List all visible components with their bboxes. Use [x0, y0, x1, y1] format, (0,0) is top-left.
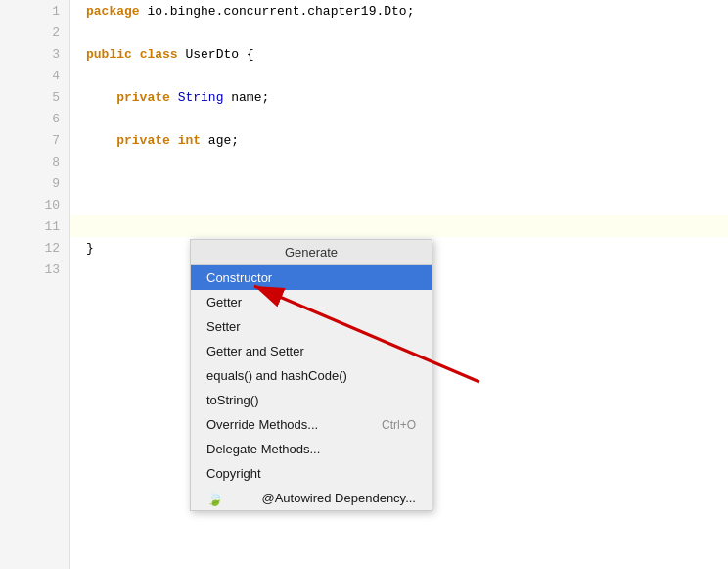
closing-brace: }: [86, 241, 94, 256]
menu-item-constructor[interactable]: Constructor: [191, 265, 432, 290]
line-num-6: 6: [0, 108, 69, 129]
keyword-public: public: [86, 47, 132, 62]
menu-item-equals-hashcode-label: equals() and hashCode(): [206, 368, 347, 383]
line-num-3: 3: [0, 43, 69, 65]
package-name: io.binghe.concurrent.chapter19.Dto;: [140, 4, 415, 19]
line-num-1: 1: [0, 0, 69, 22]
code-line-4: [70, 65, 728, 86]
keyword-private-2: private: [116, 133, 170, 148]
menu-item-tostring-label: toString(): [206, 393, 258, 407]
menu-item-setter-label: Setter: [206, 319, 241, 334]
code-line-11: [70, 215, 728, 237]
line-num-9: 9: [0, 172, 69, 194]
space3: [170, 133, 178, 148]
menu-item-override-methods-shortcut: Ctrl+O: [382, 418, 416, 432]
line-num-7: 7: [0, 129, 69, 151]
menu-item-getter-setter-label: Getter and Setter: [206, 344, 304, 358]
line-num-10: 10: [0, 194, 69, 215]
line-num-11: 11: [0, 215, 69, 237]
menu-item-delegate-methods[interactable]: Delegate Methods...: [191, 437, 432, 461]
menu-item-delegate-methods-label: Delegate Methods...: [206, 442, 320, 456]
indent-7: [86, 133, 116, 148]
menu-header: Generate: [191, 240, 432, 265]
menu-item-setter[interactable]: Setter: [191, 314, 432, 339]
menu-item-tostring[interactable]: toString(): [191, 388, 432, 412]
var-age: age;: [201, 133, 239, 148]
context-menu[interactable]: Generate Constructor Getter Setter Gette…: [190, 239, 432, 511]
line-num-2: 2: [0, 22, 69, 43]
var-name: name;: [223, 90, 269, 105]
leaf-icon: 🍃: [206, 491, 223, 506]
menu-item-autowired[interactable]: 🍃 @Autowired Dependency...: [191, 486, 432, 510]
keyword-int: int: [178, 133, 201, 148]
line-num-8: 8: [0, 151, 69, 172]
menu-item-equals-hashcode[interactable]: equals() and hashCode(): [191, 363, 432, 388]
code-area[interactable]: package io.binghe.concurrent.chapter19.D…: [70, 0, 728, 569]
menu-item-copyright[interactable]: Copyright: [191, 461, 432, 486]
space: [132, 47, 140, 62]
line-num-12: 12: [0, 237, 69, 259]
indent-5: [86, 90, 116, 105]
code-line-9: [70, 172, 728, 194]
menu-item-getter-setter[interactable]: Getter and Setter: [191, 339, 432, 363]
line-num-13: 13: [0, 259, 69, 280]
menu-item-getter-label: Getter: [206, 295, 242, 309]
code-line-2: [70, 22, 728, 43]
menu-item-copyright-label: Copyright: [206, 466, 261, 481]
code-line-3: public class UserDto {: [70, 43, 728, 65]
line-numbers: 1 2 3 4 5 6 7 8 9 10 11 12 13: [0, 0, 70, 569]
keyword-private-1: private: [116, 90, 170, 105]
code-line-6: [70, 108, 728, 129]
menu-item-constructor-label: Constructor: [206, 270, 272, 285]
space2: [170, 90, 178, 105]
code-line-5: private String name;: [70, 86, 728, 108]
code-line-7: private int age;: [70, 129, 728, 151]
classname-userdto: UserDto {: [178, 47, 254, 62]
menu-item-override-methods[interactable]: Override Methods... Ctrl+O: [191, 412, 432, 437]
code-line-8: [70, 151, 728, 172]
menu-item-getter[interactable]: Getter: [191, 290, 432, 314]
keyword-package: package: [86, 4, 140, 19]
type-string: String: [178, 90, 224, 105]
line-num-4: 4: [0, 65, 69, 86]
menu-item-autowired-label: @Autowired Dependency...: [262, 491, 417, 505]
menu-item-override-methods-label: Override Methods...: [206, 417, 318, 432]
keyword-class: class: [140, 47, 178, 62]
code-line-10: [70, 194, 728, 215]
editor-container: 1 2 3 4 5 6 7 8 9 10 11 12 13 package io…: [0, 0, 728, 569]
code-line-1: package io.binghe.concurrent.chapter19.D…: [70, 0, 728, 22]
line-num-5: 5: [0, 86, 69, 108]
